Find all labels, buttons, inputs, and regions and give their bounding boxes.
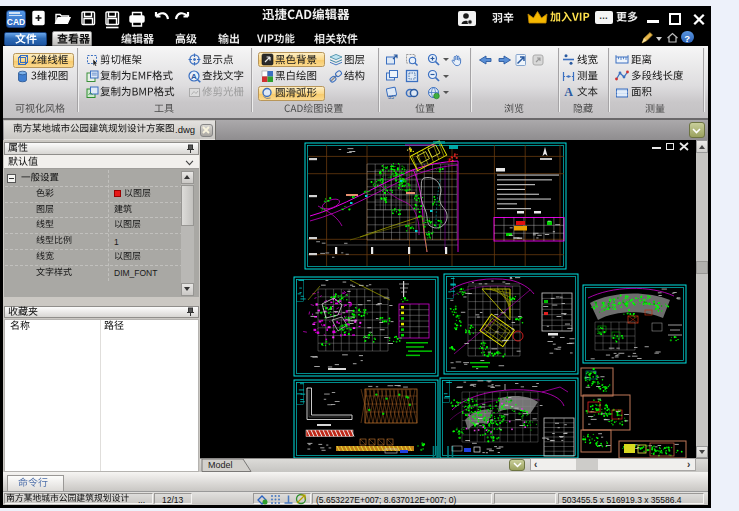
- svg-text:35°: 35°: [388, 93, 396, 99]
- svg-text:A: A: [191, 72, 197, 81]
